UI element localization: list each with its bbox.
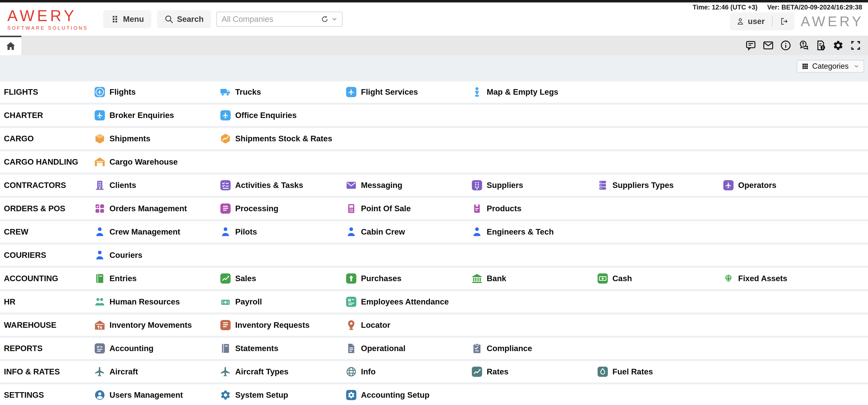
category-menu-grid: FLIGHTS FlightsTrucksFlight ServicesMap … [0,81,868,405]
plane-tile-icon [723,180,734,191]
mail-icon[interactable] [763,40,774,51]
menu-item-suppliers-types[interactable]: Suppliers Types [597,180,723,191]
menu-item-cash[interactable]: Cash [597,273,723,284]
menu-item-orders-management[interactable]: Orders Management [94,203,220,214]
doc-tile-icon [220,319,231,331]
logout-icon[interactable] [780,17,788,26]
menu-item-processing[interactable]: Processing [220,203,346,214]
menu-item-compliance[interactable]: Compliance [471,343,597,354]
menu-item-aircraft-types[interactable]: Aircraft Types [220,366,346,377]
menu-item-label: Products [487,204,521,213]
categories-view-button[interactable]: Categories [797,60,864,72]
menu-item-products[interactable]: Products [471,203,597,214]
menu-item-suppliers[interactable]: Suppliers [471,180,597,191]
doc-icon [346,343,357,354]
menu-item-accounting-setup[interactable]: Accounting Setup [346,390,471,401]
search-button[interactable]: Search [157,10,211,28]
menu-item-shipments-stock-rates[interactable]: Shipments Stock & Rates [220,133,346,144]
menu-item-label: Cash [612,274,632,283]
menu-item-label: Broker Enquiries [110,111,174,120]
category-row: FLIGHTS FlightsTrucksFlight ServicesMap … [0,81,868,103]
menu-item-label: Purchases [361,274,401,283]
person-outline-icon [736,17,744,26]
menu-item-cargo-warehouse[interactable]: Cargo Warehouse [94,156,220,167]
company-select[interactable] [216,12,342,27]
menu-item-rates[interactable]: Rates [471,366,597,377]
category-row: ORDERS & POS Orders ManagementProcessing… [0,198,868,219]
menu-item-pilots[interactable]: Pilots [220,226,346,238]
company-select-input[interactable] [221,14,318,24]
category-label: CARGO [4,134,94,143]
menu-item-operators[interactable]: Operators [723,180,848,191]
menu-item-shipments[interactable]: Shipments [94,133,220,144]
chevron-down-icon[interactable] [331,16,338,22]
menu-item-users-management[interactable]: Users Management [94,390,220,401]
menu-item-activities-tasks[interactable]: Activities & Tasks [220,180,346,191]
comment-icon[interactable] [745,40,756,51]
menu-item-label: Suppliers [487,181,523,190]
menu-item-locator[interactable]: Locator [346,319,471,331]
fullscreen-icon[interactable] [850,40,861,51]
menu-item-map-empty-legs[interactable]: Map & Empty Legs [471,87,597,98]
menu-item-accounting[interactable]: Accounting [94,343,220,354]
menu-item-payroll[interactable]: Payroll [220,296,346,307]
menu-item-system-setup[interactable]: System Setup [220,390,346,401]
menu-item-inventory-requests[interactable]: Inventory Requests [220,319,346,331]
chat-question-icon[interactable] [798,40,809,51]
menu-item-office-enquiries[interactable]: Office Enquiries [220,110,346,121]
category-row: INFO & RATES AircraftAircraft TypesInfoR… [0,361,868,382]
menu-item-info[interactable]: Info [346,366,471,377]
awery-logo: AWERY SOFTWARE SOLUTIONS [7,8,88,30]
menu-item-couriers[interactable]: Couriers [94,250,220,261]
menu-item-flight-services[interactable]: Flight Services [346,87,471,98]
category-row: CARGO ShipmentsShipments Stock & Rates [0,128,868,149]
menu-item-cabin-crew[interactable]: Cabin Crew [346,226,471,238]
tab-home[interactable] [0,36,21,55]
menu-item-label: Shipments [110,134,151,143]
plane-tile-icon [346,87,357,98]
menu-button[interactable]: Menu [103,10,151,28]
category-label: CHARTER [4,111,94,120]
menu-item-label: Couriers [110,251,143,260]
menu-item-operational[interactable]: Operational [346,343,471,354]
menu-item-clients[interactable]: Clients [94,180,220,191]
category-row: HR Human ResourcesPayrollEmployees Atten… [0,291,868,312]
menu-item-label: Entries [110,274,137,283]
categories-button-label: Categories [812,62,848,71]
menu-item-purchases[interactable]: Purchases [346,273,471,284]
menu-item-label: Trucks [235,87,261,97]
menu-item-fixed-assets[interactable]: Fixed Assets [723,273,848,284]
home-icon [6,41,16,51]
view-switcher-row: Categories [0,55,868,72]
person-icon [94,226,105,238]
menu-item-messaging[interactable]: Messaging [346,180,471,191]
document-info-icon[interactable] [815,40,826,51]
menu-item-label: Users Management [110,391,183,400]
menu-item-trucks[interactable]: Trucks [220,87,346,98]
menu-item-point-of-sale[interactable]: Point Of Sale [346,203,471,214]
menu-item-employees-attendance[interactable]: Employees Attendance [346,296,471,307]
menu-item-human-resources[interactable]: Human Resources [94,296,220,307]
menu-item-entries[interactable]: Entries [94,273,220,284]
menu-item-aircraft[interactable]: Aircraft [94,366,220,377]
menu-item-crew-management[interactable]: Crew Management [94,226,220,238]
category-row: ACCOUNTING EntriesSalesPurchasesBankCash… [0,268,868,289]
menu-item-engineers-tech[interactable]: Engineers & Tech [471,226,597,238]
menu-item-label: Info [361,367,375,376]
menu-item-inventory-movements[interactable]: Inventory Movements [94,319,220,331]
menu-item-broker-enquiries[interactable]: Broker Enquiries [94,110,220,121]
menu-item-sales[interactable]: Sales [220,273,346,284]
user-menu[interactable]: user [730,12,795,30]
menu-item-fuel-rates[interactable]: Fuel Rates [597,366,723,377]
menu-item-label: Messaging [361,181,402,190]
refresh-icon[interactable] [321,15,329,23]
menu-item-statements[interactable]: Statements [220,343,346,354]
dashboard-content: Categories FLIGHTS FlightsTrucksFlight S… [0,55,868,405]
menu-item-label: Inventory Requests [235,320,309,330]
info-icon[interactable] [780,40,791,51]
menu-item-label: Engineers & Tech [487,227,554,237]
menu-item-bank[interactable]: Bank [471,273,597,284]
menu-item-flights[interactable]: Flights [94,87,220,98]
settings-icon[interactable] [833,40,844,51]
category-row: CHARTER Broker EnquiriesOffice Enquiries [0,105,868,126]
